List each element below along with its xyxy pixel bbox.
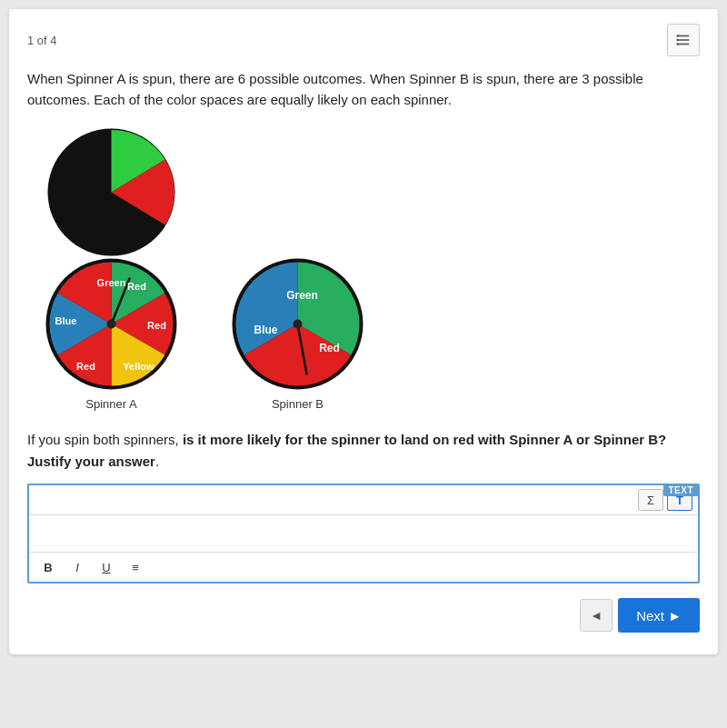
svg-text:Blue: Blue bbox=[254, 324, 277, 336]
spinner-a-diagram: Red Green Red Yellow Red Blue bbox=[45, 258, 177, 390]
svg-text:Red: Red bbox=[76, 361, 95, 372]
text-editor: TEXT Σ T B I U ≡ bbox=[27, 484, 700, 583]
svg-point-10 bbox=[107, 320, 116, 329]
nav-row: ◄ Next ► bbox=[27, 598, 700, 633]
svg-text:Green: Green bbox=[286, 289, 318, 302]
page-count: 1 of 4 bbox=[27, 34, 57, 47]
list-icon-button[interactable] bbox=[667, 24, 700, 56]
svg-text:Red: Red bbox=[127, 281, 146, 292]
follow-up-end: . bbox=[155, 454, 159, 469]
spinner-b: Green Red Blue Spinner B bbox=[232, 258, 364, 411]
question-card: 1 of 4 When Spinner A is spun, there are… bbox=[9, 9, 718, 654]
svg-point-20 bbox=[294, 320, 303, 329]
text-badge: TEXT bbox=[663, 484, 698, 496]
next-button[interactable]: Next ► bbox=[618, 598, 700, 633]
spinner-b-label: Spinner B bbox=[272, 397, 324, 411]
spinner-b-diagram: Green Red Blue bbox=[232, 258, 364, 390]
editor-bottom-toolbar: B I U ≡ bbox=[29, 552, 698, 582]
spinners-row: Red Green Red Yellow Red Blue Spinner A bbox=[27, 126, 700, 411]
intro-text: When Spinner A is spun, there are 6 poss… bbox=[27, 69, 700, 110]
svg-text:Red: Red bbox=[147, 320, 166, 331]
spinner-a-svg bbox=[45, 126, 177, 258]
sigma-button[interactable]: Σ bbox=[638, 489, 663, 511]
follow-up-start: If you spin both spinners, bbox=[27, 432, 183, 447]
spinner-a: Red Green Red Yellow Red Blue Spinner A bbox=[45, 126, 177, 411]
follow-up-text: If you spin both spinners, is it more li… bbox=[27, 429, 700, 473]
prev-button[interactable]: ◄ bbox=[580, 599, 612, 632]
underline-button[interactable]: U bbox=[95, 556, 118, 578]
svg-text:Yellow: Yellow bbox=[123, 361, 154, 372]
svg-text:Blue: Blue bbox=[55, 315, 77, 326]
list-format-button[interactable]: ≡ bbox=[124, 556, 147, 578]
italic-button[interactable]: I bbox=[65, 556, 89, 578]
editor-top-toolbar: Σ T bbox=[29, 485, 698, 515]
bold-button[interactable]: B bbox=[36, 556, 60, 578]
spinner-a-label: Spinner A bbox=[85, 397, 136, 411]
svg-text:Green: Green bbox=[97, 277, 126, 288]
list-icon bbox=[675, 32, 692, 48]
svg-text:Red: Red bbox=[319, 342, 340, 354]
editor-content-area[interactable] bbox=[29, 515, 698, 552]
header-bar: 1 of 4 bbox=[27, 24, 700, 56]
